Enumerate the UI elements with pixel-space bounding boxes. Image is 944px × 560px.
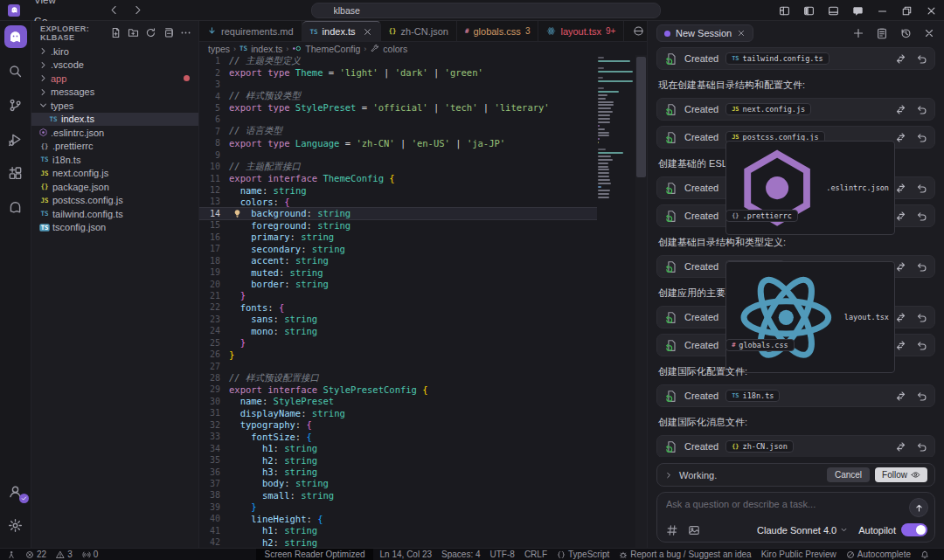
undo-icon[interactable] xyxy=(916,211,927,222)
undo-icon[interactable] xyxy=(916,104,927,115)
status-ln-14-col-23[interactable]: Ln 14, Col 23 xyxy=(380,549,433,560)
tree-item-postcss.config.js[interactable]: JSpostcss.config.js xyxy=(31,194,198,208)
status-error[interactable]: 22 xyxy=(25,549,46,560)
diff-icon[interactable] xyxy=(895,53,906,65)
chat-messages[interactable]: CreatedTStailwind.config.ts现在创建基础目录结构和配置… xyxy=(648,45,944,457)
new-folder-icon[interactable] xyxy=(128,27,139,38)
activity-extensions[interactable] xyxy=(4,162,27,184)
customize-layout-icon[interactable] xyxy=(779,5,790,17)
status-utf-8[interactable]: UTF-8 xyxy=(490,549,515,560)
file-chip[interactable]: layout.tsx xyxy=(725,261,895,374)
chat-input[interactable] xyxy=(666,499,901,518)
activity-run-debug[interactable] xyxy=(4,128,27,150)
file-action-card[interactable]: Createdlayout.tsx xyxy=(656,306,935,328)
send-button[interactable] xyxy=(909,498,928,517)
minimize-icon[interactable] xyxy=(877,5,888,17)
tree-item-.kiro[interactable]: .kiro xyxy=(31,45,198,59)
diff-icon[interactable] xyxy=(895,391,906,402)
file-action-card[interactable]: Created{}zh-CN.json xyxy=(656,435,935,457)
file-chip[interactable]: TSi18n.ts xyxy=(725,390,780,402)
undo-icon[interactable] xyxy=(916,183,927,194)
restore-icon[interactable] xyxy=(901,5,913,17)
code-editor[interactable]: 1// 主题类型定义2export type Theme = 'light' |… xyxy=(199,55,647,548)
chat-session-tab[interactable]: New Session xyxy=(656,24,753,42)
status-remote[interactable] xyxy=(7,549,16,560)
new-file-icon[interactable] xyxy=(110,27,121,38)
status-kiro-public-preview[interactable]: Kiro Public Preview xyxy=(761,549,836,560)
status-report-a-bug-suggest-an-idea[interactable]: Report a bug / Suggest an idea xyxy=(619,549,751,560)
breadcrumb-ThemeConfig[interactable]: ThemeConfig xyxy=(305,44,360,54)
close-session-icon[interactable] xyxy=(737,29,746,38)
tree-item-app[interactable]: app xyxy=(31,72,198,86)
file-action-card[interactable]: CreatedTSi18n.ts xyxy=(656,384,935,407)
file-chip[interactable]: #globals.css xyxy=(725,339,795,351)
scrollbar-thumb[interactable] xyxy=(636,57,646,177)
tree-item-messages[interactable]: messages xyxy=(31,86,198,100)
context-hash-icon[interactable] xyxy=(666,524,678,536)
status-autocomplete[interactable]: Autocomplete xyxy=(846,549,911,560)
tab-requirements.md[interactable]: requirements.md xyxy=(199,21,302,41)
collapse-folders-icon[interactable] xyxy=(163,27,174,38)
tab-index.ts[interactable]: TSindex.ts xyxy=(302,21,381,41)
activity-kiro[interactable] xyxy=(4,25,27,48)
status-warning[interactable]: 3 xyxy=(56,549,73,560)
breadcrumb[interactable]: types›TSindex.ts›ThemeConfig›colors xyxy=(199,42,647,55)
status-spaces-4[interactable]: Spaces: 4 xyxy=(441,549,480,560)
follow-button[interactable]: Follow xyxy=(875,467,927,482)
activity-kiro-ghost[interactable] xyxy=(4,196,27,218)
file-action-card[interactable]: CreatedJSnext.config.js xyxy=(656,98,935,121)
file-chip[interactable]: {}.prettierrc xyxy=(725,210,798,222)
split-editor-icon[interactable] xyxy=(633,25,644,37)
diff-icon[interactable] xyxy=(895,132,906,143)
status-crlf[interactable]: CRLF xyxy=(524,549,547,560)
tree-item-i18n.ts[interactable]: TSi18n.ts xyxy=(31,153,198,167)
undo-icon[interactable] xyxy=(916,391,927,402)
close-panel-icon[interactable] xyxy=(923,27,935,39)
undo-icon[interactable] xyxy=(916,340,927,351)
diff-icon[interactable] xyxy=(895,211,906,222)
close-tab-icon[interactable] xyxy=(363,27,372,37)
tree-item-package.json[interactable]: {}package.json xyxy=(31,180,198,194)
diff-icon[interactable] xyxy=(895,261,906,273)
diff-icon[interactable] xyxy=(895,312,906,323)
refresh-explorer-icon[interactable] xyxy=(145,27,156,38)
undo-icon[interactable] xyxy=(916,132,927,143)
tab-zh-CN.json[interactable]: {}zh-CN.json xyxy=(381,21,457,41)
breadcrumb-types[interactable]: types xyxy=(208,44,230,54)
tree-item-.eslintrc.json[interactable]: .eslintrc.json xyxy=(31,126,198,140)
undo-icon[interactable] xyxy=(916,312,927,323)
new-chat-icon[interactable] xyxy=(852,27,864,39)
tree-item-.vscode[interactable]: .vscode xyxy=(31,59,198,73)
file-chip[interactable]: TStailwind.config.ts xyxy=(725,52,829,65)
status-broadcast[interactable]: 0 xyxy=(82,549,99,560)
diff-icon[interactable] xyxy=(895,183,906,194)
model-selector[interactable]: Claude Sonnet 4.0 xyxy=(757,525,848,536)
chat-bubble-icon[interactable] xyxy=(852,5,864,17)
activity-search[interactable] xyxy=(4,59,27,82)
search-input[interactable] xyxy=(334,5,653,16)
undo-icon[interactable] xyxy=(916,261,927,273)
back-icon[interactable] xyxy=(108,4,120,16)
tree-item-tailwind.config.ts[interactable]: TStailwind.config.ts xyxy=(31,207,198,221)
activity-source-control[interactable] xyxy=(4,93,27,116)
editor-scrollbar[interactable] xyxy=(635,55,647,548)
forward-icon[interactable] xyxy=(132,4,143,16)
file-chip[interactable]: JSnext.config.js xyxy=(725,103,811,115)
status-typescript[interactable]: TypeScript xyxy=(557,549,609,560)
task-list-icon[interactable] xyxy=(876,27,888,39)
command-center[interactable] xyxy=(311,3,661,18)
activity-settings[interactable] xyxy=(4,514,27,536)
autopilot-toggle[interactable] xyxy=(901,523,927,536)
close-icon[interactable] xyxy=(926,5,937,17)
tab-globals.css[interactable]: #globals.css3 xyxy=(457,21,539,41)
more-actions-icon[interactable] xyxy=(180,27,191,38)
file-action-card[interactable]: Created.eslintrc.json xyxy=(656,176,935,199)
status-bell[interactable] xyxy=(920,549,929,560)
breadcrumb-index.ts[interactable]: index.ts xyxy=(251,44,282,54)
status-screen-reader-optimized[interactable]: Screen Reader Optimized xyxy=(256,549,372,560)
file-chip[interactable]: {}zh-CN.json xyxy=(725,440,794,453)
tree-item-index.ts[interactable]: TSindex.ts xyxy=(31,113,198,127)
attach-image-icon[interactable] xyxy=(688,524,700,536)
undo-icon[interactable] xyxy=(916,53,927,65)
history-icon[interactable] xyxy=(899,27,912,39)
